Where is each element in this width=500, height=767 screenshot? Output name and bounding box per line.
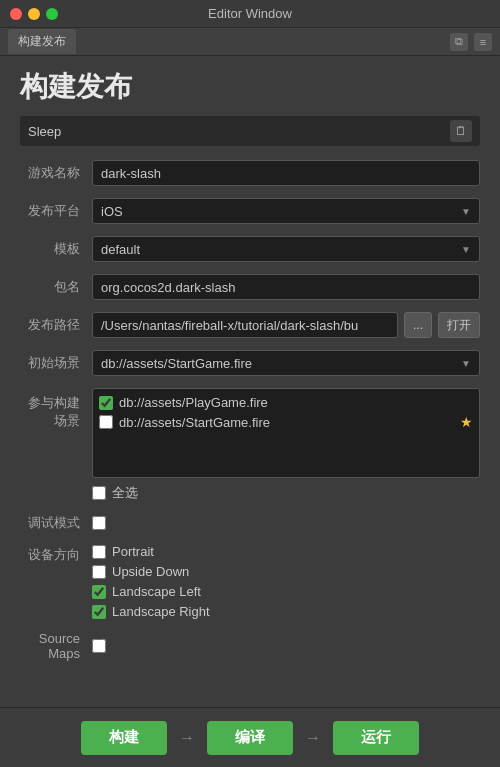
- source-maps-checkbox-row: [92, 639, 480, 653]
- debug-row: 调试模式: [20, 514, 480, 532]
- debug-checkbox-row: [92, 516, 480, 530]
- build-scenes-label: 参与构建场景: [20, 388, 92, 430]
- portrait-checkbox[interactable]: [92, 545, 106, 559]
- template-arrow-icon: ▼: [461, 244, 471, 255]
- tab-bar: 构建发布 ⧉ ≡: [0, 28, 500, 56]
- landscape-left-label: Landscape Left: [112, 584, 201, 599]
- upside-down-item: Upside Down: [92, 564, 480, 579]
- select-all-label: 全选: [112, 484, 138, 502]
- landscape-left-checkbox[interactable]: [92, 585, 106, 599]
- tab-copy-icon[interactable]: ⧉: [450, 33, 468, 51]
- build-scenes-control: db://assets/PlayGame.fire db://assets/St…: [92, 388, 480, 502]
- close-button[interactable]: [10, 8, 22, 20]
- platform-value: iOS: [101, 204, 123, 219]
- template-row: 模板 default ▼: [20, 236, 480, 262]
- platform-arrow-icon: ▼: [461, 206, 471, 217]
- landscape-right-checkbox[interactable]: [92, 605, 106, 619]
- arrow-icon-1: →: [179, 729, 195, 747]
- upside-down-checkbox[interactable]: [92, 565, 106, 579]
- debug-control: [92, 516, 480, 530]
- star-icon: ★: [460, 414, 473, 430]
- arrow-icon-2: →: [305, 729, 321, 747]
- path-input[interactable]: [92, 312, 398, 338]
- game-name-label: 游戏名称: [20, 164, 92, 182]
- landscape-right-item: Landscape Right: [92, 604, 480, 619]
- game-name-input[interactable]: [92, 160, 480, 186]
- start-scene-control: db://assets/StartGame.fire ▼: [92, 350, 480, 376]
- page-title: 构建发布: [0, 56, 500, 116]
- platform-select[interactable]: iOS ▼: [92, 198, 480, 224]
- minimize-button[interactable]: [28, 8, 40, 20]
- landscape-right-label: Landscape Right: [112, 604, 210, 619]
- orientation-group: Portrait Upside Down Landscape Left Land…: [92, 544, 480, 619]
- package-row: 包名: [20, 274, 480, 300]
- scene-item-play: db://assets/PlayGame.fire: [99, 395, 473, 410]
- window-title: Editor Window: [208, 6, 292, 21]
- source-maps-control: [92, 639, 480, 653]
- scene-play-checkbox[interactable]: [99, 396, 113, 410]
- game-name-row: 游戏名称: [20, 160, 480, 186]
- package-control: [92, 274, 480, 300]
- scene-start-checkbox[interactable]: [99, 415, 113, 429]
- package-label: 包名: [20, 278, 92, 296]
- source-maps-row: Source Maps: [20, 631, 480, 661]
- portrait-label: Portrait: [112, 544, 154, 559]
- build-profile-icon[interactable]: 🗒: [450, 120, 472, 142]
- select-all-checkbox[interactable]: [92, 486, 106, 500]
- source-maps-checkbox[interactable]: [92, 639, 106, 653]
- traffic-lights: [10, 8, 58, 20]
- build-profile-name: Sleep: [28, 124, 61, 139]
- start-scene-value: db://assets/StartGame.fire: [101, 356, 252, 371]
- game-name-control: [92, 160, 480, 186]
- start-scene-label: 初始场景: [20, 354, 92, 372]
- start-scene-arrow-icon: ▼: [461, 358, 471, 369]
- path-dots-button[interactable]: ...: [404, 312, 432, 338]
- path-label: 发布路径: [20, 316, 92, 334]
- orientation-control: Portrait Upside Down Landscape Left Land…: [92, 544, 480, 619]
- tab-menu-icon[interactable]: ≡: [474, 33, 492, 51]
- start-scene-row: 初始场景 db://assets/StartGame.fire ▼: [20, 350, 480, 376]
- form-body: 游戏名称 发布平台 iOS ▼ 模板 default ▼ 包名: [0, 160, 500, 673]
- compile-button[interactable]: 编译: [207, 721, 293, 755]
- path-open-button[interactable]: 打开: [438, 312, 480, 338]
- scene-start-name: db://assets/StartGame.fire: [119, 415, 270, 430]
- upside-down-label: Upside Down: [112, 564, 189, 579]
- debug-checkbox[interactable]: [92, 516, 106, 530]
- orientation-row: 设备方向 Portrait Upside Down Landscape Left: [20, 544, 480, 619]
- platform-row: 发布平台 iOS ▼: [20, 198, 480, 224]
- build-profile-bar: Sleep 🗒: [20, 116, 480, 146]
- template-control: default ▼: [92, 236, 480, 262]
- run-button[interactable]: 运行: [333, 721, 419, 755]
- debug-label: 调试模式: [20, 514, 92, 532]
- package-input[interactable]: [92, 274, 480, 300]
- start-scene-select[interactable]: db://assets/StartGame.fire ▼: [92, 350, 480, 376]
- tab-build[interactable]: 构建发布: [8, 29, 76, 54]
- source-maps-label: Source Maps: [20, 631, 92, 661]
- title-bar: Editor Window: [0, 0, 500, 28]
- path-row: 发布路径 ... 打开: [20, 312, 480, 338]
- landscape-left-item: Landscape Left: [92, 584, 480, 599]
- path-control: ... 打开: [92, 312, 480, 338]
- maximize-button[interactable]: [46, 8, 58, 20]
- orientation-label: 设备方向: [20, 544, 92, 564]
- platform-control: iOS ▼: [92, 198, 480, 224]
- scene-item-start: db://assets/StartGame.fire ★: [99, 414, 473, 430]
- build-button[interactable]: 构建: [81, 721, 167, 755]
- tab-actions: ⧉ ≡: [450, 33, 492, 51]
- platform-label: 发布平台: [20, 202, 92, 220]
- path-input-row: ... 打开: [92, 312, 480, 338]
- bottom-bar: 构建 → 编译 → 运行: [0, 707, 500, 767]
- portrait-item: Portrait: [92, 544, 480, 559]
- template-select[interactable]: default ▼: [92, 236, 480, 262]
- scene-play-name: db://assets/PlayGame.fire: [119, 395, 268, 410]
- scene-list-box: db://assets/PlayGame.fire db://assets/St…: [92, 388, 480, 478]
- build-scenes-row: 参与构建场景 db://assets/PlayGame.fire db://as…: [20, 388, 480, 502]
- template-value: default: [101, 242, 140, 257]
- template-label: 模板: [20, 240, 92, 258]
- select-all-row: 全选: [92, 484, 480, 502]
